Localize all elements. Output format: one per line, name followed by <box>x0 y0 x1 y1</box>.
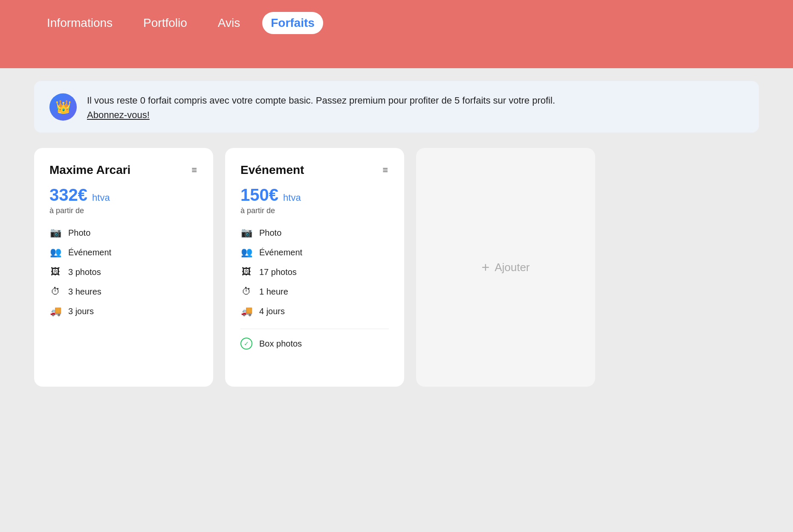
feature-days-2: 🚚 4 jours <box>240 306 389 317</box>
event-icon-2: 👥 <box>240 247 252 258</box>
price-1: 332€ htva <box>49 185 198 205</box>
add-card[interactable]: + Ajouter <box>416 148 595 387</box>
features-list-1: 📷 Photo 👥 Événement 🖼 3 photos ⏱ 3 heure… <box>49 227 198 317</box>
feature-event-1: 👥 Événement <box>49 247 198 258</box>
feature-label: 3 photos <box>68 267 101 277</box>
truck-icon-1: 🚚 <box>49 306 61 317</box>
truck-icon-2: 🚚 <box>240 306 252 317</box>
banner-text-container: Il vous reste 0 forfait compris avec vot… <box>87 93 555 121</box>
card-header-1: Maxime Arcari ≡ <box>49 163 198 177</box>
features-list-2: 📷 Photo 👥 Événement 🖼 17 photos ⏱ 1 heur… <box>240 227 389 317</box>
header-background: Informations Portfolio Avis Forfaits <box>0 0 793 68</box>
premium-banner: 👑 Il vous reste 0 forfait compris avec v… <box>34 81 759 133</box>
card-maxime-arcari: Maxime Arcari ≡ 332€ htva à partir de 📷 … <box>34 148 213 387</box>
feature-label: Événement <box>68 248 111 257</box>
feature-photo-1: 📷 Photo <box>49 227 198 238</box>
feature-label: Photo <box>259 228 281 238</box>
photos-icon-2: 🖼 <box>240 266 252 278</box>
box-photos-label: Box photos <box>259 339 302 349</box>
plus-icon: + <box>481 260 489 275</box>
add-button[interactable]: + Ajouter <box>481 260 530 275</box>
feature-label: 17 photos <box>259 267 297 277</box>
card-divider <box>240 329 389 329</box>
price-label-2: à partir de <box>240 206 389 215</box>
card-header-2: Evénement ≡ <box>240 163 389 177</box>
feature-label: 3 jours <box>68 306 94 316</box>
clock-icon-1: ⏱ <box>49 286 61 297</box>
price-label-1: à partir de <box>49 206 198 215</box>
tab-informations[interactable]: Informations <box>38 12 121 34</box>
feature-label: Événement <box>259 248 302 257</box>
feature-label: Photo <box>68 228 90 238</box>
feature-label: 1 heure <box>259 287 288 297</box>
menu-icon-1[interactable]: ≡ <box>191 165 198 176</box>
navigation: Informations Portfolio Avis Forfaits <box>0 0 793 46</box>
cards-container: Maxime Arcari ≡ 332€ htva à partir de 📷 … <box>34 148 759 387</box>
tab-portfolio[interactable]: Portfolio <box>135 12 196 34</box>
clock-icon-2: ⏱ <box>240 286 252 297</box>
main-content: 👑 Il vous reste 0 forfait compris avec v… <box>0 68 793 532</box>
camera-icon-1: 📷 <box>49 227 61 238</box>
card-evenement: Evénement ≡ 150€ htva à partir de 📷 Phot… <box>225 148 404 387</box>
crown-icon: 👑 <box>49 93 77 121</box>
feature-days-1: 🚚 3 jours <box>49 306 198 317</box>
card-title-1: Maxime Arcari <box>49 163 130 177</box>
camera-icon-2: 📷 <box>240 227 252 238</box>
price-2: 150€ htva <box>240 185 389 205</box>
feature-hours-1: ⏱ 3 heures <box>49 286 198 297</box>
feature-hours-2: ⏱ 1 heure <box>240 286 389 297</box>
box-photos-item: ✓ Box photos <box>240 338 389 350</box>
menu-icon-2[interactable]: ≡ <box>382 165 389 176</box>
event-icon-1: 👥 <box>49 247 61 258</box>
tab-forfaits[interactable]: Forfaits <box>262 12 323 34</box>
feature-label: 4 jours <box>259 306 285 316</box>
feature-photos-count-1: 🖼 3 photos <box>49 266 198 278</box>
feature-event-2: 👥 Événement <box>240 247 389 258</box>
tab-avis[interactable]: Avis <box>209 12 249 34</box>
feature-photos-count-2: 🖼 17 photos <box>240 266 389 278</box>
check-icon: ✓ <box>240 338 252 350</box>
card-title-2: Evénement <box>240 163 304 177</box>
photos-icon-1: 🖼 <box>49 266 61 278</box>
banner-message: Il vous reste 0 forfait compris avec vot… <box>87 95 555 106</box>
add-label: Ajouter <box>495 261 530 274</box>
subscribe-link[interactable]: Abonnez-vous! <box>87 110 555 121</box>
feature-photo-2: 📷 Photo <box>240 227 389 238</box>
feature-label: 3 heures <box>68 287 101 297</box>
